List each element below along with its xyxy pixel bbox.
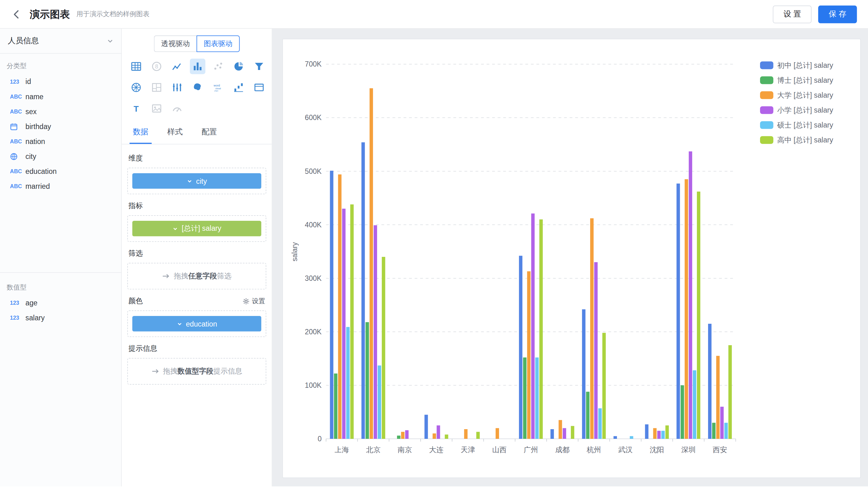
bar[interactable] [661,431,665,439]
bar[interactable] [697,192,700,439]
bar[interactable] [338,174,342,439]
bar[interactable] [653,428,656,439]
bar[interactable] [724,423,728,439]
parallel-chart-icon[interactable] [169,79,185,95]
bar[interactable] [366,322,369,439]
color-dropzone[interactable]: education [127,311,266,337]
bar[interactable] [382,257,385,439]
legend-item[interactable]: 博士 [总计] salary [760,76,833,84]
line-chart-icon[interactable] [169,59,185,74]
tooltip-dropzone[interactable]: 拖拽数值型字段提示信息 [127,358,266,384]
bar[interactable] [712,423,716,439]
color-settings-button[interactable]: 设置 [242,296,265,306]
field-item-birthday[interactable]: birthday [0,119,121,134]
bar[interactable] [657,431,661,439]
bar[interactable] [582,310,586,439]
bar[interactable] [350,204,354,439]
bar[interactable] [519,256,522,439]
bar[interactable] [334,374,337,439]
bar[interactable] [433,433,436,439]
tab-data[interactable]: 数据 [129,122,152,144]
mode-tab-pivot-driven[interactable]: 透视驱动 [154,35,197,52]
field-item-id[interactable]: 123id [0,74,121,89]
bar[interactable] [681,385,684,439]
bar[interactable] [527,271,530,439]
metric-dropzone[interactable]: [总计] salary [127,215,266,241]
bar[interactable] [720,407,724,439]
field-item-married[interactable]: ABCmarried [0,179,121,194]
bar[interactable] [437,425,440,439]
field-item-age[interactable]: 123age [0,295,121,311]
bar-chart-icon[interactable] [190,59,205,74]
save-button[interactable]: 保 存 [818,5,857,23]
bar[interactable] [374,225,377,439]
bar[interactable] [523,357,526,439]
bar[interactable] [630,436,633,439]
field-item-city[interactable]: city [0,149,121,164]
map-chart-icon[interactable] [190,79,205,95]
color-pill-education[interactable]: education [132,316,261,331]
bar[interactable] [645,424,648,439]
bar[interactable] [708,324,712,439]
field-item-sex[interactable]: ABCsex [0,104,121,119]
bar[interactable] [559,420,562,439]
bar[interactable] [397,436,400,439]
bar[interactable] [590,218,594,439]
waterfall-chart-icon[interactable] [231,79,246,95]
bar[interactable] [535,357,538,439]
dataset-selector[interactable]: 人员信息 [0,29,121,54]
bar[interactable] [594,262,598,439]
bar[interactable] [728,345,732,439]
bar[interactable] [496,428,499,439]
legend-item[interactable]: 硕士 [总计] salary [760,121,833,129]
mode-tab-chart-driven[interactable]: 图表驱动 [197,35,240,52]
bar[interactable] [445,434,448,439]
bar[interactable] [531,213,534,439]
back-icon[interactable] [11,9,22,20]
bar[interactable] [378,365,381,439]
field-item-education[interactable]: ABCeducation [0,164,121,179]
field-item-name[interactable]: ABCname [0,89,121,104]
dimension-pill-city[interactable]: city [132,173,261,189]
metric-pill-salary[interactable]: [总计] salary [132,221,261,236]
bar[interactable] [598,408,602,439]
bar[interactable] [563,428,566,439]
bar[interactable] [602,333,606,439]
bar[interactable] [476,432,480,439]
bar[interactable] [586,392,590,439]
bar[interactable] [330,171,333,439]
bar[interactable] [346,327,350,439]
tab-config[interactable]: 配置 [198,122,220,144]
bar[interactable] [550,429,554,439]
table-icon[interactable] [128,59,144,74]
tab-style[interactable]: 样式 [164,122,186,144]
settings-button[interactable]: 设 置 [773,5,811,23]
table-frame-icon[interactable] [251,79,267,95]
bar[interactable] [405,430,408,439]
text-card-icon[interactable]: T [128,101,144,116]
field-item-salary[interactable]: 123salary [0,311,121,325]
bar[interactable] [665,425,669,439]
bar[interactable] [424,415,428,439]
radar-chart-icon[interactable] [128,79,144,95]
bar[interactable] [571,426,574,439]
bar[interactable] [716,356,720,439]
funnel-chart-icon[interactable] [251,59,267,74]
bar[interactable] [685,179,688,439]
legend-item[interactable]: 小学 [总计] salary [760,106,833,114]
word-cloud-icon[interactable]: wordcloudchart [210,79,226,95]
bar[interactable] [362,142,365,439]
bar[interactable] [689,152,692,439]
bar[interactable] [614,436,617,439]
bar[interactable] [677,184,680,439]
legend-item[interactable]: 高中 [总计] salary [760,136,833,144]
bar[interactable] [401,432,404,439]
legend-item[interactable]: 大学 [总计] salary [760,91,833,99]
dimension-dropzone[interactable]: city [127,168,266,194]
pie-chart-icon[interactable] [231,59,246,74]
legend-item[interactable]: 初中 [总计] salary [760,61,833,69]
bar[interactable] [693,370,696,439]
filter-dropzone[interactable]: 拖拽任意字段筛选 [127,263,266,289]
bar[interactable] [464,429,468,439]
bar[interactable] [342,209,346,439]
